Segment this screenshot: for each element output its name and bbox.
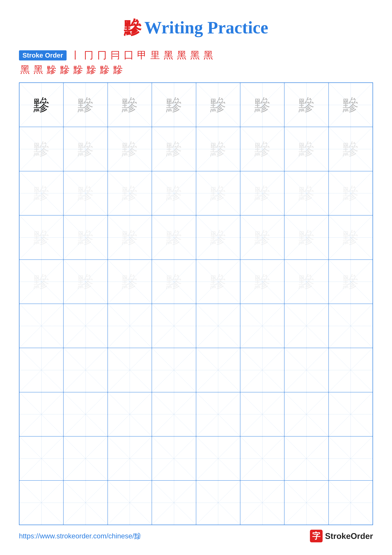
- grid-cell[interactable]: [19, 481, 64, 525]
- grid-cell[interactable]: 黲: [196, 83, 240, 127]
- grid-cell[interactable]: 黲: [328, 171, 373, 215]
- grid-cell[interactable]: 黲: [196, 215, 240, 259]
- grid-cell[interactable]: [328, 348, 373, 392]
- grid-cell[interactable]: 黲: [152, 215, 196, 259]
- grid-cell[interactable]: 黲: [328, 127, 373, 171]
- svg-line-130: [64, 437, 107, 480]
- grid-cell[interactable]: [152, 481, 196, 525]
- grid-cell[interactable]: [240, 392, 284, 436]
- footer-url[interactable]: https://www.strokeorder.com/chinese/黲: [19, 531, 141, 541]
- grid-cell[interactable]: [152, 304, 196, 348]
- practice-char: 黲: [299, 97, 314, 113]
- grid-cell[interactable]: [240, 436, 284, 481]
- grid-cell[interactable]: 黲: [152, 127, 196, 171]
- grid-cell[interactable]: 黲: [328, 260, 373, 304]
- grid-cell[interactable]: [19, 304, 64, 348]
- grid-cell[interactable]: 黲: [108, 127, 152, 171]
- grid-cell[interactable]: [19, 348, 64, 392]
- grid-cell[interactable]: 黲: [284, 260, 328, 304]
- grid-cell[interactable]: [284, 481, 328, 525]
- grid-cell[interactable]: [240, 304, 284, 348]
- grid-cell[interactable]: 黲: [240, 83, 284, 127]
- grid-cell[interactable]: [284, 304, 328, 348]
- grid-cell[interactable]: 黲: [152, 83, 196, 127]
- grid-cell[interactable]: 黲: [240, 260, 284, 304]
- grid-cell[interactable]: [240, 348, 284, 392]
- footer-logo: 字 StrokeOrder: [310, 530, 373, 542]
- grid-cell[interactable]: 黲: [64, 83, 107, 127]
- grid-cell[interactable]: [64, 392, 107, 436]
- grid-cell[interactable]: [240, 481, 284, 525]
- grid-cell[interactable]: 黲: [284, 127, 328, 171]
- grid-cell[interactable]: 黲: [19, 83, 64, 127]
- grid-cell[interactable]: [108, 481, 152, 525]
- svg-line-139: [240, 437, 284, 480]
- grid-cell[interactable]: 黲: [240, 171, 284, 215]
- grid-cell[interactable]: 黲: [152, 260, 196, 304]
- grid-cell[interactable]: 黲: [284, 171, 328, 215]
- svg-line-154: [240, 481, 284, 525]
- grid-cell[interactable]: 黲: [108, 83, 152, 127]
- grid-cell[interactable]: 黲: [19, 215, 64, 259]
- svg-line-103: [152, 348, 196, 392]
- svg-line-105: [196, 348, 240, 392]
- grid-cell[interactable]: 黲: [108, 171, 152, 215]
- grid-cell[interactable]: 黲: [19, 171, 64, 215]
- grid-cell[interactable]: [108, 436, 152, 481]
- grid-cell[interactable]: 黲: [108, 260, 152, 304]
- grid-cell[interactable]: [328, 436, 373, 481]
- grid-cell[interactable]: 黲: [284, 215, 328, 259]
- stroke-6: 甲: [137, 49, 147, 62]
- grid-cell[interactable]: 黲: [64, 171, 107, 215]
- grid-cell[interactable]: 黲: [328, 83, 373, 127]
- grid-cell[interactable]: 黲: [152, 171, 196, 215]
- grid-cell[interactable]: [284, 348, 328, 392]
- grid-cell[interactable]: 黲: [328, 215, 373, 259]
- grid-cell[interactable]: 黲: [240, 127, 284, 171]
- stroke-3: 冂: [97, 49, 107, 62]
- svg-line-83: [64, 304, 107, 348]
- grid-cell[interactable]: 黲: [64, 260, 107, 304]
- grid-cell[interactable]: [196, 392, 240, 436]
- svg-line-146: [64, 481, 107, 525]
- grid-cell[interactable]: [19, 436, 64, 481]
- grid-cell[interactable]: 黲: [64, 215, 107, 259]
- grid-cell[interactable]: [64, 304, 107, 348]
- grid-cell[interactable]: [108, 304, 152, 348]
- grid-cell[interactable]: [196, 348, 240, 392]
- svg-line-84: [108, 304, 152, 348]
- grid-cell[interactable]: [108, 392, 152, 436]
- grid-cell[interactable]: [328, 481, 373, 525]
- grid-cell[interactable]: [64, 348, 107, 392]
- grid-cell[interactable]: [328, 304, 373, 348]
- grid-cell[interactable]: [196, 436, 240, 481]
- grid-cell[interactable]: 黲: [19, 260, 64, 304]
- title-text: Writing Practice: [144, 18, 268, 37]
- grid-cell[interactable]: [64, 481, 107, 525]
- grid-cell[interactable]: 黲: [108, 215, 152, 259]
- grid-cell[interactable]: 黲: [284, 83, 328, 127]
- svg-line-109: [285, 348, 328, 392]
- grid-cell[interactable]: 黲: [196, 171, 240, 215]
- grid-cell[interactable]: [152, 392, 196, 436]
- stroke-4: 冃: [111, 49, 120, 62]
- grid-cell[interactable]: 黲: [64, 127, 107, 171]
- grid-cell[interactable]: [152, 348, 196, 392]
- grid-cell[interactable]: [284, 392, 328, 436]
- grid-cell[interactable]: 黲: [240, 215, 284, 259]
- grid-cell[interactable]: [328, 392, 373, 436]
- svg-line-112: [20, 392, 63, 436]
- grid-cell[interactable]: [152, 436, 196, 481]
- grid-cell[interactable]: [196, 481, 240, 525]
- grid-cell[interactable]: [284, 436, 328, 481]
- grid-cell[interactable]: 黲: [196, 260, 240, 304]
- grid-cell[interactable]: 黲: [19, 127, 64, 171]
- practice-char: 黲: [166, 230, 182, 245]
- svg-line-136: [196, 437, 240, 480]
- grid-cell[interactable]: [64, 436, 107, 481]
- grid-cell[interactable]: [19, 392, 64, 436]
- grid-cell[interactable]: [108, 348, 152, 392]
- stroke-5: 囗: [124, 49, 133, 62]
- grid-cell[interactable]: [196, 304, 240, 348]
- grid-cell[interactable]: 黲: [196, 127, 240, 171]
